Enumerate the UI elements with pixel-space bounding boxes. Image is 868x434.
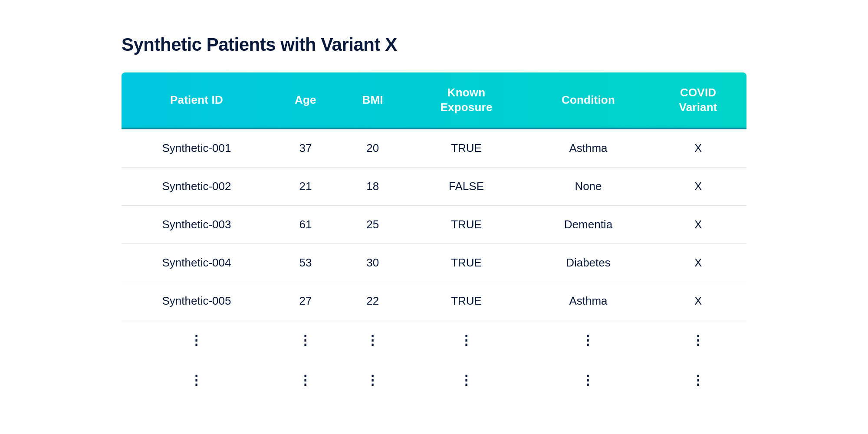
cell-condition: None (527, 168, 650, 206)
cell-age: 21 (272, 168, 339, 206)
cell-patient_id: Synthetic-001 (122, 128, 272, 168)
cell-bmi: 25 (339, 206, 406, 244)
cell-covid_variant: X (650, 244, 746, 282)
cell-bmi: 30 (339, 244, 406, 282)
ellipsis-cell: ⋮ (406, 320, 526, 360)
main-container: Synthetic Patients with Variant X Patien… (87, 8, 781, 426)
cell-bmi: 22 (339, 282, 406, 320)
ellipsis-cell-2: ⋮ (272, 360, 339, 400)
col-header-age: Age (272, 72, 339, 129)
cell-age: 61 (272, 206, 339, 244)
table-row: Synthetic-0052722TRUEAsthmaX (122, 282, 746, 320)
cell-age: 37 (272, 128, 339, 168)
col-header-patient-id: Patient ID (122, 72, 272, 129)
cell-known_exposure: TRUE (406, 206, 526, 244)
cell-patient_id: Synthetic-002 (122, 168, 272, 206)
cell-patient_id: Synthetic-004 (122, 244, 272, 282)
ellipsis-cell-2: ⋮ (339, 360, 406, 400)
ellipsis-row: ⋮⋮⋮⋮⋮⋮ (122, 320, 746, 360)
ellipsis-cell: ⋮ (122, 320, 272, 360)
ellipsis-cell-2: ⋮ (406, 360, 526, 400)
cell-covid_variant: X (650, 168, 746, 206)
cell-bmi: 20 (339, 128, 406, 168)
ellipsis-cell: ⋮ (527, 320, 650, 360)
ellipsis-cell: ⋮ (339, 320, 406, 360)
cell-condition: Asthma (527, 128, 650, 168)
ellipsis-row-2: ⋮⋮⋮⋮⋮⋮ (122, 360, 746, 400)
table-header-row: Patient ID Age BMI KnownExposure Conditi… (122, 72, 746, 129)
ellipsis-cell: ⋮ (272, 320, 339, 360)
cell-known_exposure: TRUE (406, 282, 526, 320)
col-header-bmi: BMI (339, 72, 406, 129)
patients-table: Patient ID Age BMI KnownExposure Conditi… (122, 72, 746, 400)
cell-bmi: 18 (339, 168, 406, 206)
cell-condition: Asthma (527, 282, 650, 320)
cell-known_exposure: FALSE (406, 168, 526, 206)
cell-condition: Dementia (527, 206, 650, 244)
ellipsis-cell-2: ⋮ (527, 360, 650, 400)
cell-condition: Diabetes (527, 244, 650, 282)
cell-covid_variant: X (650, 128, 746, 168)
ellipsis-cell: ⋮ (650, 320, 746, 360)
ellipsis-cell-2: ⋮ (122, 360, 272, 400)
col-header-covid-variant: COVIDVariant (650, 72, 746, 129)
page-title: Synthetic Patients with Variant X (122, 34, 746, 55)
cell-age: 53 (272, 244, 339, 282)
cell-patient_id: Synthetic-005 (122, 282, 272, 320)
cell-patient_id: Synthetic-003 (122, 206, 272, 244)
table-row: Synthetic-0013720TRUEAsthmaX (122, 128, 746, 168)
cell-known_exposure: TRUE (406, 244, 526, 282)
cell-covid_variant: X (650, 206, 746, 244)
table-row: Synthetic-0036125TRUEDementiaX (122, 206, 746, 244)
col-header-known-exposure: KnownExposure (406, 72, 526, 129)
col-header-condition: Condition (527, 72, 650, 129)
cell-known_exposure: TRUE (406, 128, 526, 168)
table-row: Synthetic-0022118FALSENoneX (122, 168, 746, 206)
cell-age: 27 (272, 282, 339, 320)
ellipsis-cell-2: ⋮ (650, 360, 746, 400)
table-row: Synthetic-0045330TRUEDiabetesX (122, 244, 746, 282)
cell-covid_variant: X (650, 282, 746, 320)
